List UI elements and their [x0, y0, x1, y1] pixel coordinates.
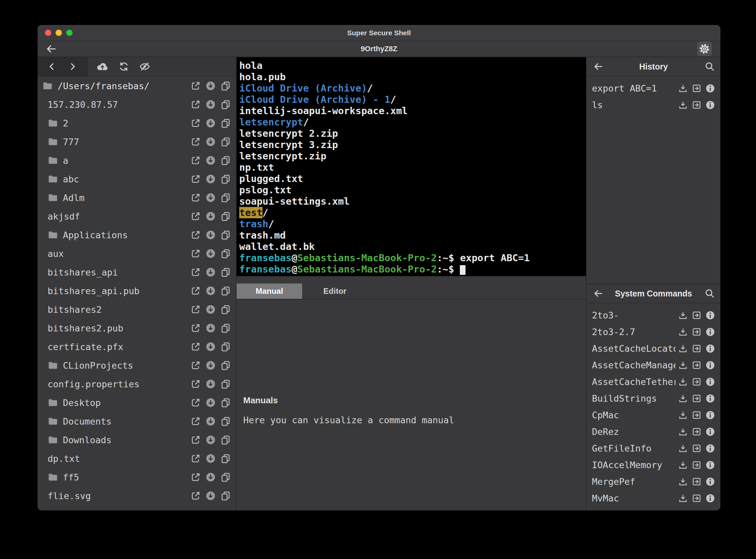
open-file-button[interactable] [191, 472, 201, 482]
download-file-button[interactable] [206, 137, 216, 147]
download-file-button[interactable] [206, 453, 216, 464]
download-command-button[interactable] [678, 360, 688, 370]
copy-file-button[interactable] [221, 155, 230, 165]
file-row[interactable]: a [38, 151, 236, 170]
insert-command-button[interactable] [692, 477, 702, 487]
copy-file-button[interactable] [221, 491, 230, 501]
file-row[interactable]: CLionProjects [38, 356, 236, 375]
command-info-button[interactable] [706, 344, 715, 353]
download-file-button[interactable] [206, 342, 216, 352]
file-row[interactable]: config.properties [38, 375, 236, 393]
open-file-button[interactable] [191, 360, 201, 370]
open-file-button[interactable] [191, 118, 201, 128]
download-file-button[interactable] [206, 323, 216, 333]
download-file-button[interactable] [206, 379, 216, 389]
download-command-button[interactable] [678, 444, 688, 453]
open-file-button[interactable] [191, 435, 201, 445]
file-row[interactable]: bitshares_api.pub [38, 282, 236, 300]
download-file-button[interactable] [206, 416, 216, 426]
file-row[interactable]: Applications [38, 226, 236, 244]
file-row[interactable]: akjsdf [38, 207, 236, 226]
tab-editor[interactable]: Editor [302, 284, 368, 299]
open-file-button[interactable] [191, 453, 201, 464]
download-command-button[interactable] [678, 310, 688, 320]
download-command-button[interactable] [678, 427, 688, 437]
open-file-button[interactable] [191, 286, 201, 296]
open-file-button[interactable] [191, 491, 201, 501]
open-file-button[interactable] [191, 81, 201, 91]
history-search-button[interactable] [705, 61, 715, 72]
close-button[interactable] [45, 30, 51, 36]
system-command-row[interactable]: AssetCacheLocatorUtil [587, 340, 720, 357]
download-file-button[interactable] [206, 99, 216, 110]
command-info-button[interactable] [706, 460, 715, 470]
download-command-button[interactable] [678, 460, 688, 470]
copy-file-button[interactable] [221, 305, 230, 314]
command-info-button[interactable] [706, 493, 715, 503]
download-command-button[interactable] [678, 394, 688, 403]
command-info-button[interactable] [706, 100, 715, 110]
minimize-button[interactable] [55, 30, 62, 36]
download-file-button[interactable] [206, 267, 216, 277]
copy-file-button[interactable] [221, 323, 230, 333]
system-command-row[interactable]: GetFileInfo [587, 440, 720, 456]
open-file-button[interactable] [191, 193, 201, 203]
download-file-button[interactable] [206, 174, 216, 184]
copy-file-button[interactable] [221, 137, 230, 147]
insert-command-button[interactable] [692, 360, 702, 370]
open-file-button[interactable] [191, 174, 201, 184]
copy-file-button[interactable] [221, 379, 230, 389]
download-file-button[interactable] [206, 435, 216, 445]
system-command-row[interactable]: CpMac [587, 407, 720, 423]
file-row[interactable]: Desktop [38, 393, 236, 412]
open-file-button[interactable] [191, 99, 201, 110]
file-row[interactable]: 2 [38, 114, 236, 132]
command-info-button[interactable] [706, 477, 715, 487]
insert-command-button[interactable] [692, 84, 702, 93]
nav-back-button[interactable] [47, 62, 57, 71]
command-info-button[interactable] [706, 327, 715, 337]
open-file-button[interactable] [191, 342, 201, 352]
copy-file-button[interactable] [221, 249, 230, 259]
download-file-button[interactable] [206, 305, 216, 314]
system-command-row[interactable]: AssetCacheManagerUtil [587, 357, 720, 373]
command-info-button[interactable] [706, 394, 715, 403]
system-command-row[interactable]: 2to3-2.7 [587, 323, 720, 340]
copy-file-button[interactable] [221, 174, 230, 184]
download-command-button[interactable] [678, 344, 688, 353]
insert-command-button[interactable] [692, 327, 702, 337]
copy-file-button[interactable] [221, 342, 230, 352]
download-history-button[interactable] [678, 84, 688, 93]
copy-file-button[interactable] [221, 435, 230, 445]
system-command-row[interactable]: MvMac [587, 490, 720, 507]
download-file-button[interactable] [206, 155, 216, 165]
open-file-button[interactable] [191, 416, 201, 426]
download-file-button[interactable] [206, 249, 216, 259]
command-info-button[interactable] [706, 360, 715, 370]
open-file-button[interactable] [191, 379, 201, 389]
insert-command-button[interactable] [692, 493, 702, 503]
download-command-button[interactable] [678, 410, 688, 420]
copy-file-button[interactable] [221, 211, 230, 221]
system-commands-search-button[interactable] [705, 288, 715, 299]
file-row[interactable]: Adlm [38, 188, 236, 207]
terminal[interactable]: holahola.pubiCloud Drive (Archive)/iClou… [237, 57, 586, 276]
zoom-button[interactable] [66, 30, 72, 36]
download-file-button[interactable] [206, 286, 216, 296]
open-file-button[interactable] [191, 305, 201, 314]
download-file-button[interactable] [206, 81, 216, 91]
file-row[interactable]: bitshares2.pub [38, 319, 236, 337]
command-info-button[interactable] [706, 84, 715, 93]
file-row[interactable]: Documents [38, 412, 236, 430]
download-file-button[interactable] [206, 230, 216, 240]
command-info-button[interactable] [706, 377, 715, 387]
download-file-button[interactable] [206, 491, 216, 501]
open-file-button[interactable] [191, 211, 201, 221]
file-row[interactable]: Downloads [38, 430, 236, 449]
insert-command-button[interactable] [692, 460, 702, 470]
system-command-row[interactable]: MergePef [587, 473, 720, 490]
command-info-button[interactable] [706, 310, 715, 320]
file-row[interactable]: flie.svg [38, 487, 236, 505]
system-command-row[interactable]: BuildStrings [587, 390, 720, 407]
upload-button[interactable] [96, 61, 109, 72]
